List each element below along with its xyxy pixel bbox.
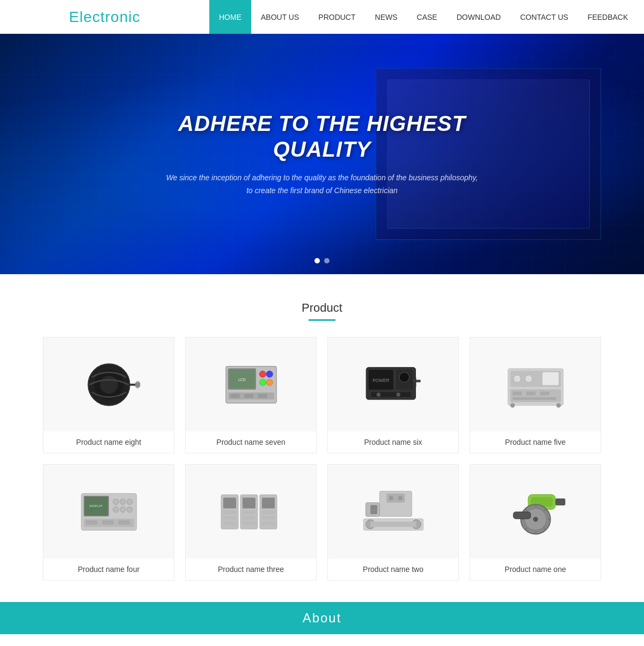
svg-rect-16 [230,394,239,398]
product-image-6 [328,465,458,559]
svg-point-26 [396,392,400,396]
svg-point-39 [510,403,515,408]
svg-point-33 [525,375,532,383]
nav-item-product[interactable]: PRODUCT [309,0,365,34]
svg-point-49 [120,506,125,512]
svg-rect-37 [540,391,549,395]
nav-item-contact-us[interactable]: CONTACT US [510,0,578,34]
svg-rect-82 [555,498,565,505]
hero-subtitle-line2: to create the first brand of Chinese ele… [246,186,398,195]
product-name-0: Product name eight [43,431,174,453]
main-nav: HOMEABOUT USPRODUCTNEWSCASEDOWNLOADCONTA… [209,0,638,34]
svg-point-78 [389,496,393,501]
svg-rect-59 [243,497,255,508]
product-name-5: Product name three [186,559,316,580]
nav-item-feedback[interactable]: FEEDBACK [578,0,638,34]
product-section: Product Product name eight LCD [0,274,644,602]
hero-subtitle-line1: We since the inception of adhering to th… [166,173,478,182]
svg-point-25 [376,392,380,396]
svg-point-50 [127,506,132,512]
section-underline [309,319,335,321]
svg-rect-61 [223,510,236,513]
product-card-2[interactable]: POWER Product name six [327,337,459,453]
logo: Electronic [69,9,141,26]
hero-dots [314,258,330,263]
product-card-3[interactable]: Product name five [470,337,601,453]
product-name-4: Product name four [43,559,174,580]
nav-item-case[interactable]: CASE [407,0,447,34]
svg-point-45 [113,499,118,504]
svg-point-32 [513,375,521,383]
svg-rect-58 [223,497,236,508]
product-image-3 [470,337,601,431]
section-title-wrap: Product [43,301,601,321]
product-grid: Product name eight LCD Product name seve… [43,337,601,581]
product-card-1[interactable]: LCD Product name seven [185,337,317,453]
svg-point-40 [556,403,561,408]
product-name-2: Product name six [328,431,458,453]
product-name-1: Product name seven [186,431,316,453]
svg-rect-69 [262,522,275,525]
footer-teal-bar: About [0,602,644,634]
footer-about-title: About [303,611,342,626]
hero-subtitle: We since the inception of adhering to th… [134,172,510,197]
svg-rect-5 [136,381,139,382]
svg-rect-18 [258,394,267,398]
product-card-7[interactable]: Product name one [470,464,601,581]
logo-area: Electronic [0,9,209,26]
svg-point-23 [399,372,409,381]
svg-rect-28 [414,377,416,387]
hero-dot-2[interactable] [324,258,330,263]
svg-point-14 [266,379,273,385]
product-card-4[interactable]: DISPLAY Product name four [43,464,174,581]
svg-point-12 [266,371,273,377]
svg-text:POWER: POWER [372,378,389,383]
svg-rect-64 [223,516,236,519]
svg-rect-67 [223,522,236,525]
svg-rect-66 [262,516,275,519]
nav-item-home[interactable]: HOME [209,0,251,34]
svg-rect-62 [243,510,255,513]
hero-title: ADHERE TO THE HIGHEST QUALITY [134,111,510,162]
svg-rect-35 [513,391,522,395]
svg-rect-6 [136,387,139,388]
svg-rect-52 [86,520,97,525]
svg-rect-27 [413,379,420,382]
nav-item-download[interactable]: DOWNLOAD [447,0,510,34]
svg-point-79 [398,496,402,501]
svg-rect-17 [244,394,253,398]
product-card-6[interactable]: Product name two [327,464,459,581]
product-image-1: LCD [186,337,316,431]
svg-text:DISPLAY: DISPLAY [89,504,103,508]
product-image-0 [43,337,174,431]
svg-rect-76 [370,522,416,527]
svg-point-48 [113,506,118,512]
svg-rect-72 [370,505,377,514]
svg-rect-38 [513,397,556,400]
nav-item-about-us[interactable]: ABOUT US [251,0,309,34]
hero-banner: ADHERE TO THE HIGHEST QUALITY We since t… [0,34,644,274]
section-title: Product [43,301,601,315]
svg-point-47 [127,499,132,504]
svg-point-11 [259,371,266,377]
product-name-3: Product name five [470,431,601,453]
svg-rect-34 [510,389,560,402]
product-name-6: Product name two [328,559,458,580]
svg-point-2 [100,376,118,393]
nav-item-news[interactable]: NEWS [365,0,407,34]
svg-rect-53 [102,520,113,525]
svg-rect-36 [526,391,535,395]
svg-rect-63 [262,510,275,513]
svg-rect-31 [542,372,558,385]
svg-rect-65 [243,516,255,519]
product-card-0[interactable]: Product name eight [43,337,174,453]
product-image-5 [186,465,316,559]
product-image-2: POWER [328,337,458,431]
product-image-4: DISPLAY [43,465,174,559]
header: Electronic HOMEABOUT USPRODUCTNEWSCASEDO… [0,0,644,34]
svg-point-13 [259,379,266,385]
svg-rect-68 [243,522,255,525]
svg-rect-60 [262,497,275,508]
hero-dot-1[interactable] [314,258,320,263]
product-card-5[interactable]: Product name three [185,464,317,581]
